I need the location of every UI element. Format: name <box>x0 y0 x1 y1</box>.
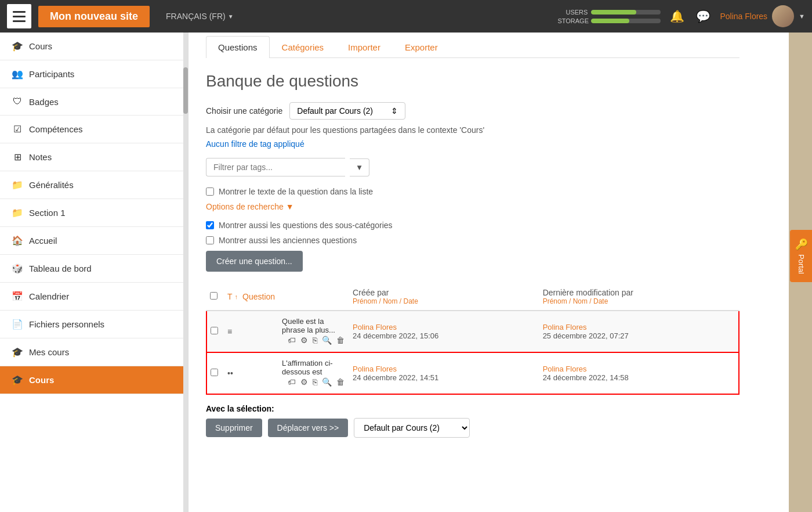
sidebar-item-badges[interactable]: 🛡 Badges <box>0 88 188 116</box>
sidebar-item-section1[interactable]: 📁 Section 1 <box>0 199 188 227</box>
avatar-image <box>772 5 794 27</box>
question-text: Quelle est la phrase la plus... <box>282 317 335 334</box>
show-text-checkbox[interactable] <box>206 188 214 196</box>
settings-action-button[interactable]: ⚙ <box>299 334 309 346</box>
table-header-row: T ↑ Question Créée par Prénom / Nom / Da… <box>206 283 739 311</box>
avatar <box>772 5 794 27</box>
tag-action-button[interactable]: 🏷 <box>287 376 297 388</box>
selection-row: Avec la sélection: Supprimer Déplacer ve… <box>206 404 740 438</box>
modified-header-sub: Prénom / Nom / Date <box>543 297 735 305</box>
tab-importer[interactable]: Importer <box>336 36 393 58</box>
notification-button[interactable]: 🔔 <box>668 7 687 26</box>
col-question-label: Question <box>242 292 275 301</box>
sidebar-item-generalites[interactable]: 📁 Généralités <box>0 171 188 199</box>
preview-action-button[interactable]: 🔍 <box>321 376 333 388</box>
type-sort-button[interactable]: T ↑ Question <box>227 292 275 301</box>
tag-filter-input[interactable] <box>206 158 345 176</box>
show-subcategories-checkbox[interactable] <box>206 221 214 229</box>
folder-icon-2: 📁 <box>12 207 23 218</box>
portal-icon: 🔑 <box>795 238 807 251</box>
move-target-select[interactable]: Default par Cours (2) <box>354 418 470 438</box>
chat-button[interactable]: 💬 <box>694 7 713 26</box>
sidebar-label-mes-cours: Mes cours <box>29 347 69 357</box>
sidebar-item-accueil[interactable]: 🏠 Accueil <box>0 227 188 255</box>
copy-action-button[interactable]: ⎘ <box>311 376 318 388</box>
question-type-icon: ≡ <box>227 327 232 336</box>
hamburger-button[interactable] <box>7 4 31 28</box>
created-name: Polina Flores <box>353 365 536 373</box>
category-select[interactable]: Default par Cours (2) ⇕ <box>289 102 405 120</box>
sidebar-item-participants[interactable]: 👥 Participants <box>0 60 188 88</box>
row-question-cell: Quelle est la phrase la plus... 🏷 ⚙ ⎘ 🔍 … <box>278 311 349 352</box>
scrollbar-thumb[interactable] <box>183 67 188 114</box>
user-menu[interactable]: Polina Flores ▼ <box>720 5 805 27</box>
sidebar-label-tableau: Tableau de bord <box>29 264 92 273</box>
modified-date: 24 décembre 2022, 14:58 <box>543 373 735 382</box>
col-modified-header: Dernière modification par Prénom / Nom /… <box>539 283 739 311</box>
row-modified-cell: Polina Flores 25 décembre 2022, 07:27 <box>539 311 739 352</box>
col-checkbox-header <box>206 283 224 311</box>
tab-categories[interactable]: Catégories <box>270 36 336 58</box>
row-checkbox[interactable] <box>211 369 218 376</box>
question-type-icon: •• <box>227 369 233 378</box>
sidebar-item-competences[interactable]: ☑ Compétences <box>0 116 188 143</box>
page-title: Banque de questions <box>206 72 740 91</box>
create-question-button[interactable]: Créer une question... <box>206 251 303 272</box>
sidebar-label-cours-active: Cours <box>29 375 54 385</box>
tab-questions[interactable]: Questions <box>206 36 270 58</box>
created-header-sub: Prénom / Nom / Date <box>353 297 536 305</box>
hamburger-line-2 <box>13 16 26 17</box>
show-subcategories-checkbox-row: Montrer aussi les questions des sous-cat… <box>206 221 740 230</box>
settings-action-button[interactable]: ⚙ <box>299 376 309 388</box>
sidebar-label-fichiers: Fichiers personnels <box>29 319 104 329</box>
category-description: La catégorie par défaut pour les questio… <box>206 125 740 135</box>
selection-label: Avec la sélection: <box>206 404 740 413</box>
sidebar-item-cours[interactable]: 🎓 Cours <box>0 33 188 60</box>
user-menu-caret[interactable]: ▼ <box>799 13 805 20</box>
site-name-button[interactable]: Mon nouveau site <box>38 6 150 27</box>
show-text-label: Montrer le texte de la question dans la … <box>219 187 373 196</box>
user-name: Polina Flores <box>720 12 767 21</box>
modified-date: 25 décembre 2022, 07:27 <box>543 331 735 340</box>
copy-action-button[interactable]: ⎘ <box>311 334 318 346</box>
sidebar-label-section1: Section 1 <box>29 208 66 218</box>
sidebar-item-fichiers[interactable]: 📄 Fichiers personnels <box>0 311 188 338</box>
hamburger-line-3 <box>13 20 26 22</box>
sidebar-item-tableau[interactable]: 🎲 Tableau de bord <box>0 255 188 283</box>
sidebar-item-notes[interactable]: ⊞ Notes <box>0 143 188 171</box>
language-label: FRANÇAIS (FR) <box>166 12 226 21</box>
tag-action-button[interactable]: 🏷 <box>287 334 297 346</box>
delete-action-button[interactable]: 🗑 <box>335 334 346 346</box>
select-all-checkbox[interactable] <box>210 292 217 300</box>
page-layout: 🎓 Cours 👥 Participants 🛡 Badges ☑ Compét… <box>0 33 812 512</box>
sidebar-item-mes-cours[interactable]: 🎓 Mes cours <box>0 338 188 366</box>
show-old-checkbox[interactable] <box>206 236 214 244</box>
sidebar-label-badges: Badges <box>29 97 59 107</box>
graduation-icon-3: 🎓 <box>12 374 23 385</box>
row-checkbox[interactable] <box>211 327 218 334</box>
sidebar-item-calendrier[interactable]: 📅 Calendrier <box>0 283 188 311</box>
portal-tab[interactable]: 🔑 Portal <box>790 230 812 282</box>
calendar-icon: 📅 <box>12 291 23 302</box>
language-selector[interactable]: FRANÇAIS (FR) ▼ <box>166 12 234 21</box>
main-inner: Questions Catégories Importer Exporter B… <box>188 33 757 455</box>
tag-filter-link[interactable]: Aucun filtre de tag appliqué <box>206 139 740 149</box>
col-type-header: T ↑ Question <box>224 283 278 311</box>
question-text: L'affirmation ci-dessous est <box>282 359 333 376</box>
search-options-toggle[interactable]: Options de recherche ▼ <box>206 202 740 211</box>
folder-icon-1: 📁 <box>12 179 23 190</box>
delete-selected-button[interactable]: Supprimer <box>206 419 262 437</box>
filter-row: ▼ <box>206 158 740 176</box>
move-selected-button[interactable]: Déplacer vers >> <box>268 419 349 437</box>
tab-exporter[interactable]: Exporter <box>393 36 450 58</box>
users-fill <box>591 10 636 15</box>
sidebar-item-cours-active[interactable]: 🎓 Cours <box>0 366 188 394</box>
users-label: USERS <box>557 9 588 16</box>
usage-stats: USERS STORAGE <box>557 9 661 24</box>
delete-action-button[interactable]: 🗑 <box>335 376 346 388</box>
filter-dropdown-button[interactable]: ▼ <box>350 158 369 176</box>
sidebar-label-accueil: Accueil <box>29 236 57 246</box>
category-label: Choisir une catégorie <box>206 106 282 116</box>
preview-action-button[interactable]: 🔍 <box>321 334 333 346</box>
question-actions: 🏷 ⚙ ⎘ 🔍 🗑 <box>287 334 346 346</box>
